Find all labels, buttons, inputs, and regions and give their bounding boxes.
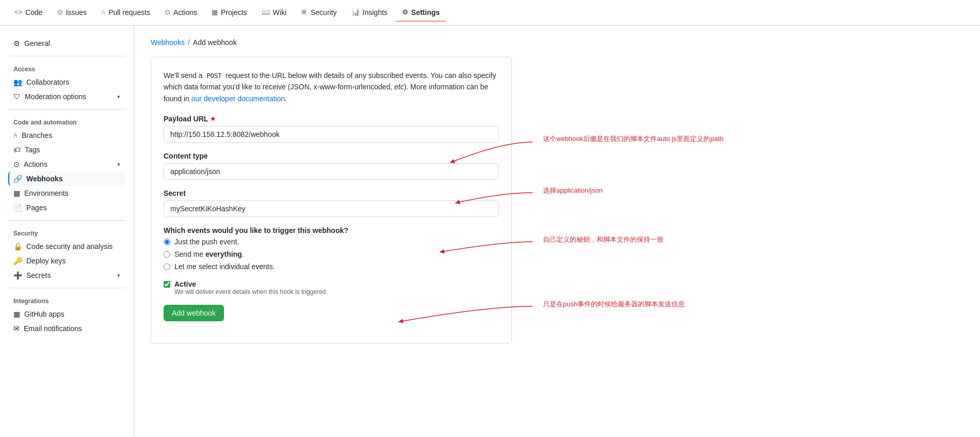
breadcrumb-parent[interactable]: Webhooks — [151, 38, 185, 46]
sidebar-email-notifications-label: Email notifications — [24, 324, 82, 333]
wiki-icon: 📖 — [262, 8, 270, 16]
sidebar-item-collaborators[interactable]: 👥 Collaborators — [8, 75, 125, 89]
sidebar-code-security-label: Code security and analysis — [26, 242, 113, 251]
secrets-chevron-icon: ▾ — [117, 272, 120, 279]
nav-actions-label: Actions — [173, 8, 197, 17]
nav-pr-label: Pull requests — [108, 8, 150, 17]
breadcrumb-separator: / — [188, 38, 190, 46]
sidebar-item-github-apps[interactable]: ▦ GitHub apps — [8, 307, 125, 321]
event-individual-radio[interactable] — [164, 263, 170, 270]
active-checkbox[interactable] — [164, 281, 170, 288]
events-label: Which events would you like to trigger t… — [164, 226, 499, 235]
active-group: Active We will deliver event details whe… — [164, 280, 499, 295]
webhook-form-card: We'll send a POST request to the URL bel… — [151, 57, 512, 344]
submit-group: Add webhook — [164, 305, 499, 321]
nav-settings[interactable]: ⚙ Settings — [396, 4, 446, 22]
code-security-icon: 🔒 — [13, 242, 22, 251]
nav-code-label: Code — [25, 8, 42, 17]
sidebar-item-branches[interactable]: ⑃ Branches — [8, 128, 125, 143]
top-nav: <> Code ⊙ Issues ⑃ Pull requests ⊙ Actio… — [0, 0, 980, 26]
sidebar-collaborators-label: Collaborators — [26, 78, 69, 86]
nav-settings-label: Settings — [411, 8, 440, 17]
event-everything-radio[interactable] — [164, 251, 170, 258]
active-sublabel: We will deliver event details when this … — [174, 288, 328, 295]
nav-issues[interactable]: ⊙ Issues — [51, 4, 93, 22]
sidebar-github-apps-label: GitHub apps — [24, 310, 65, 318]
payload-url-group: Payload URL ★ — [164, 115, 499, 143]
payload-url-label: Payload URL ★ — [164, 115, 499, 123]
security-section-label: Security — [8, 226, 125, 239]
nav-pull-requests[interactable]: ⑃ Pull requests — [95, 4, 156, 22]
event-individual-option[interactable]: Let me select individual events. — [164, 262, 499, 271]
secret-group: Secret — [164, 189, 499, 217]
events-group: Which events would you like to trigger t… — [164, 226, 499, 271]
general-icon: ⚙ — [13, 39, 20, 48]
settings-icon: ⚙ — [402, 8, 408, 16]
sidebar-section-access: Access 👥 Collaborators 🛡 Moderation opti… — [8, 61, 125, 104]
sidebar-environments-label: Environments — [24, 189, 69, 197]
sidebar-deploy-keys-label: Deploy keys — [26, 257, 66, 265]
content-type-label: Content type — [164, 152, 499, 160]
nav-code[interactable]: <> Code — [8, 4, 49, 22]
sidebar-item-deploy-keys[interactable]: 🔑 Deploy keys — [8, 254, 125, 268]
deploy-keys-icon: 🔑 — [13, 257, 22, 265]
pr-icon: ⑃ — [101, 8, 105, 16]
annotation-event: 只是在push事件的时候给服务器的脚本发送信息 — [543, 300, 685, 309]
payload-url-input[interactable] — [164, 126, 499, 143]
sidebar-item-secrets[interactable]: ➕ Secrets ▾ — [8, 268, 125, 283]
nav-actions[interactable]: ⊙ Actions — [158, 4, 203, 22]
sidebar-item-environments[interactable]: ▦ Environments — [8, 186, 125, 200]
actions-icon: ⊙ — [165, 8, 170, 16]
sidebar-divider-2 — [8, 109, 125, 110]
nav-security[interactable]: ⛨ Security — [295, 4, 343, 22]
sidebar-webhooks-label: Webhooks — [26, 175, 63, 183]
chevron-down-icon: ▾ — [117, 93, 120, 100]
github-apps-icon: ▦ — [13, 310, 20, 318]
sidebar-item-moderation[interactable]: 🛡 Moderation options ▾ — [8, 89, 125, 104]
nav-security-label: Security — [311, 8, 337, 17]
breadcrumb: Webhooks / Add webhook — [151, 38, 963, 46]
sidebar-item-code-security[interactable]: 🔒 Code security and analysis — [8, 239, 125, 254]
tags-icon: 🏷 — [13, 146, 21, 154]
nav-projects[interactable]: ▦ Projects — [205, 4, 253, 22]
secrets-icon: ➕ — [13, 271, 22, 279]
breadcrumb-current: Add webhook — [193, 38, 237, 46]
event-options: Just the push event. Send me everything.… — [164, 238, 499, 271]
nav-issues-label: Issues — [66, 8, 87, 17]
event-push-option[interactable]: Just the push event. — [164, 238, 499, 246]
sidebar-tags-label: Tags — [25, 146, 40, 154]
code-automation-section-label: Code and automation — [8, 115, 125, 128]
sidebar-item-webhooks[interactable]: 🔗 Webhooks — [8, 171, 125, 186]
sidebar-divider-4 — [8, 288, 125, 288]
developer-docs-link[interactable]: our developer documentation — [191, 95, 285, 103]
content-type-select[interactable]: application/json — [164, 163, 499, 180]
sidebar-item-actions[interactable]: ⊙ Actions ▾ — [8, 157, 125, 171]
payload-url-required: ★ — [210, 115, 216, 122]
moderation-icon: 🛡 — [13, 92, 21, 101]
nav-insights-label: Insights — [363, 8, 388, 17]
sidebar: ⚙ General Access 👥 Collaborators 🛡 Moder… — [0, 26, 134, 437]
email-notifications-icon: ✉ — [13, 324, 20, 333]
sidebar-section-integrations: Integrations ▦ GitHub apps ✉ Email notif… — [8, 293, 125, 336]
nav-wiki[interactable]: 📖 Wiki — [255, 4, 293, 22]
sidebar-divider-3 — [8, 220, 125, 221]
nav-insights[interactable]: 📊 Insights — [345, 4, 394, 22]
insights-icon: 📊 — [351, 8, 360, 16]
sidebar-item-pages[interactable]: 📄 Pages — [8, 200, 125, 215]
sidebar-item-email-notifications[interactable]: ✉ Email notifications — [8, 321, 125, 336]
nav-wiki-label: Wiki — [273, 8, 286, 17]
secret-input[interactable] — [164, 200, 499, 217]
sidebar-pages-label: Pages — [26, 204, 47, 212]
sidebar-item-general[interactable]: ⚙ General — [8, 36, 125, 51]
integrations-section-label: Integrations — [8, 293, 125, 307]
issues-icon: ⊙ — [57, 8, 63, 16]
security-icon: ⛨ — [301, 8, 308, 16]
add-webhook-button[interactable]: Add webhook — [164, 305, 224, 321]
sidebar-item-tags[interactable]: 🏷 Tags — [8, 143, 125, 157]
secret-label: Secret — [164, 189, 499, 197]
event-everything-option[interactable]: Send me everything. — [164, 250, 499, 258]
event-push-radio[interactable] — [164, 239, 170, 245]
annotation-content-type: 选择application/json — [543, 186, 603, 195]
webhooks-icon: 🔗 — [13, 175, 22, 183]
sidebar-actions-label: Actions — [24, 160, 47, 168]
